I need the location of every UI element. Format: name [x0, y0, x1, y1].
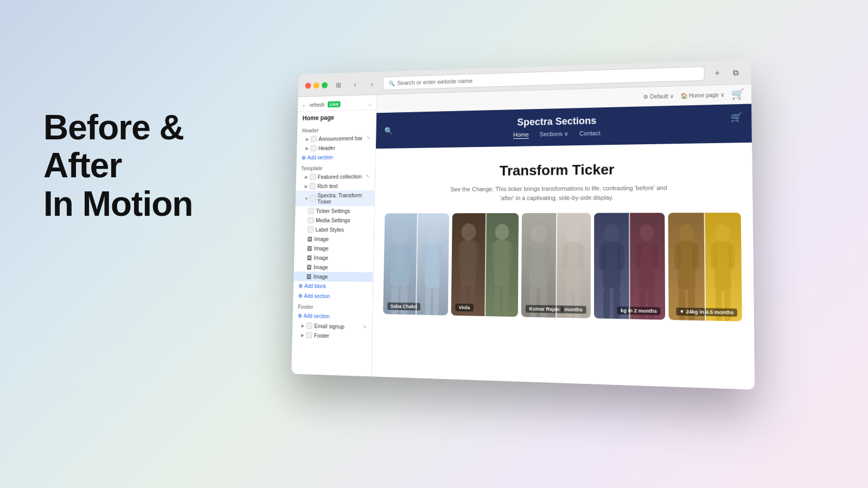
- svg-point-48: [679, 224, 694, 241]
- section-icon: [310, 195, 316, 201]
- nav-sections[interactable]: Sections ∨: [540, 130, 569, 138]
- svg-rect-45: [653, 243, 659, 268]
- svg-rect-40: [603, 288, 609, 319]
- ba-label-3: Kumar Rajan: [526, 305, 563, 313]
- editor-sidebar: ← refresh Live ... Home page Header ▶ An…: [291, 95, 377, 377]
- svg-rect-29: [540, 288, 547, 317]
- default-label[interactable]: ⚙ Default ∨: [643, 93, 674, 100]
- sidebar-item-featured[interactable]: ▶ Featured collection ✎: [296, 171, 375, 182]
- sidebar-section-header-template: Template: [296, 162, 375, 172]
- traffic-lights: [305, 82, 328, 88]
- ba-card-2-inner: [451, 213, 519, 317]
- site-search-icon[interactable]: 🔍: [384, 126, 393, 135]
- ba-card-4: kg in 2 months: [594, 213, 665, 319]
- edit-icon[interactable]: ✎: [367, 136, 371, 141]
- svg-rect-34: [566, 290, 572, 318]
- svg-rect-3: [404, 246, 412, 273]
- svg-rect-33: [579, 245, 584, 269]
- svg-rect-9: [437, 244, 443, 268]
- image-icon: 🖼: [307, 255, 312, 261]
- ba-card-5: ▼ 24kg in 4.5 months: [668, 213, 742, 322]
- arrow-icon: ▶: [301, 323, 304, 328]
- close-button[interactable]: [305, 82, 311, 89]
- ba-card-1-before: [383, 213, 417, 314]
- edit-icon[interactable]: ✎: [366, 174, 370, 179]
- svg-point-42: [640, 224, 654, 241]
- add-block-btn[interactable]: Add block: [293, 281, 373, 292]
- sidebar-item-image-3[interactable]: 🖼 Image: [294, 253, 373, 263]
- browser-window: ⊞ ‹ › 🔍 Search or enter website name ＋ ⧉…: [291, 59, 755, 389]
- ba-card-2: Viola: [451, 213, 519, 317]
- image-icon: 🖼: [307, 273, 311, 279]
- svg-rect-23: [502, 287, 508, 317]
- arrow-icon: ▼: [304, 196, 308, 201]
- svg-rect-50: [674, 243, 681, 269]
- sidebar-item-media-settings[interactable]: Media Settings: [295, 215, 374, 224]
- section-icon: [310, 183, 316, 189]
- svg-point-36: [604, 224, 620, 242]
- forward-icon[interactable]: ›: [366, 78, 379, 90]
- add-tab-icon[interactable]: ＋: [710, 66, 724, 80]
- sidebar-item-image-1[interactable]: 🖼 Image: [295, 234, 374, 244]
- ba-card-3: Kumar Rajan months: [521, 213, 590, 318]
- sidebar-refresh-label[interactable]: refresh: [310, 102, 325, 108]
- svg-point-24: [531, 224, 547, 243]
- nav-home[interactable]: Home: [513, 131, 529, 139]
- site-nav: Home Sections ∨ Contact: [513, 130, 601, 139]
- svg-rect-21: [507, 242, 513, 267]
- edit-icon[interactable]: ✎: [363, 324, 367, 330]
- svg-rect-57: [729, 244, 735, 269]
- svg-rect-5: [400, 287, 408, 315]
- ba-result-3: months: [561, 305, 586, 313]
- ba-card-5-before: [668, 213, 705, 320]
- arrow-icon: ▶: [306, 137, 309, 142]
- cart-count-icon[interactable]: 🛒: [731, 88, 744, 100]
- svg-rect-2: [388, 246, 396, 273]
- sidebar-item-header[interactable]: ▶ Header: [297, 143, 375, 153]
- sidebar-toggle-icon[interactable]: ⊞: [333, 79, 344, 91]
- ba-result-4: kg in 2 months: [617, 306, 661, 315]
- svg-rect-32: [562, 244, 567, 268]
- sidebar-more-icon[interactable]: ...: [368, 100, 372, 106]
- before-after-images-row: Saba Chakri: [383, 213, 742, 322]
- maximize-button[interactable]: [322, 82, 328, 88]
- ba-card-2-after: [484, 213, 519, 317]
- sidebar-item-image-5[interactable]: 🖼 Image: [293, 272, 373, 282]
- site-header-content: Spectra Sections Home Sections ∨ Contact: [513, 115, 601, 139]
- svg-point-12: [461, 223, 476, 241]
- hero-text: Before & After In Motion: [43, 108, 193, 223]
- add-section-btn-1[interactable]: Add section: [297, 152, 375, 163]
- sidebar-item-footer[interactable]: ▶ Footer: [292, 330, 372, 342]
- duplicate-icon[interactable]: ⧉: [729, 66, 743, 79]
- search-icon: 🔍: [388, 80, 394, 86]
- svg-rect-56: [711, 244, 717, 269]
- sidebar-item-image-2[interactable]: 🖼 Image: [295, 243, 374, 253]
- settings-icon: [308, 208, 314, 214]
- ba-divider: [629, 213, 630, 319]
- svg-rect-46: [640, 290, 646, 319]
- ba-card-4-inner: [594, 213, 665, 319]
- ba-card-1-after: [416, 213, 450, 315]
- back-icon[interactable]: ‹: [349, 78, 361, 91]
- site-cart-icon[interactable]: 🛒: [730, 112, 742, 123]
- svg-rect-44: [635, 243, 641, 268]
- minimize-button[interactable]: [314, 82, 320, 89]
- section-icon: [311, 136, 317, 143]
- sidebar-item-label-styles[interactable]: Label Styles: [295, 225, 374, 235]
- arrow-icon: ▶: [305, 146, 309, 151]
- sidebar-item-image-4[interactable]: 🖼 Image: [294, 262, 373, 273]
- image-icon: 🖼: [307, 246, 312, 252]
- svg-rect-47: [648, 290, 655, 319]
- nav-contact[interactable]: Contact: [579, 130, 601, 138]
- sidebar-item-ticker-settings[interactable]: Ticker Settings: [295, 206, 374, 216]
- live-badge: Live: [328, 101, 341, 107]
- svg-rect-14: [457, 243, 464, 269]
- svg-point-6: [426, 227, 439, 243]
- ba-card-3-after: [556, 213, 590, 318]
- homepage-label[interactable]: 🏠 Home page ∨: [680, 92, 724, 99]
- site-brand-name: Spectra Sections: [513, 115, 601, 128]
- sidebar-item-transform-ticker[interactable]: ▼ Spectra: Transform Ticker: [296, 190, 375, 206]
- sidebar-item-richtext[interactable]: ▶ Rich text: [296, 181, 375, 191]
- arrow-icon: ▶: [305, 175, 308, 179]
- ba-label-2: Viola: [456, 304, 474, 312]
